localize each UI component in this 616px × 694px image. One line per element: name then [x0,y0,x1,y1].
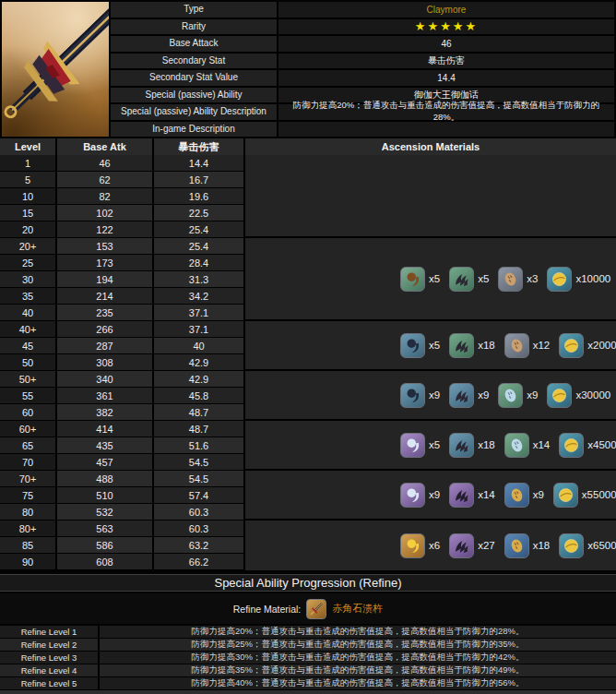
weapon-summary-section: Type Claymore Rarity ★★★★★ Base Attack 4… [2,2,614,137]
refine-material-icon[interactable] [306,599,326,619]
claymore-illustration [2,2,109,137]
material-item: x27 [449,533,495,558]
handguard-material-icon[interactable] [498,267,523,292]
material-item: x55000 [553,483,616,508]
secondary-cell: 42.9 [154,371,245,388]
table-row: 70+48854.5 [0,471,245,487]
claw-material-icon[interactable] [449,267,474,292]
atk-cell: 340 [57,371,154,388]
handguard-material-icon[interactable] [504,533,529,558]
material-item: x14 [449,483,495,508]
level-cell: 1 [0,155,57,172]
atk-cell: 608 [57,554,154,570]
material-item: x14 [504,433,551,458]
refine-material-name[interactable]: 赤角石溃杵 [332,602,383,616]
secondary-cell: 63.2 [154,537,245,554]
secondary-cell: 19.6 [154,188,245,205]
weapon-type-link[interactable]: Claymore [278,2,614,18]
table-row: 108219.6 [0,188,245,205]
material-item: x5 [449,267,489,292]
handguard-material-icon[interactable] [504,483,529,508]
ascension-block-3: x9 x9 x9 x30000 [245,371,616,421]
table-row: 80+56360.3 [0,520,245,537]
mora-icon[interactable] [547,267,572,292]
handguard-material-icon[interactable] [498,383,523,408]
secondary-cell: 45.8 [154,388,245,404]
claw-material-icon[interactable] [449,533,474,558]
secondary-cell: 57.4 [154,487,245,504]
secondary-cell: 48.7 [154,404,245,421]
level-cell: 90 [0,554,57,570]
ascension-block-2: x5 x18 x12 x20000 [245,321,616,371]
secondary-cell: 28.4 [154,255,245,271]
level-table-body: 14614.4 56216.7 108219.6 1510222.5 20122… [0,155,616,570]
atk-cell: 532 [57,504,154,520]
level-cell: 30 [0,271,57,288]
claw-material-icon[interactable] [449,483,474,508]
info-label: Special (passive) Ability Description [111,104,277,120]
level-cell: 40+ [0,321,57,338]
claw-material-icon[interactable] [449,383,474,408]
ascension-gem-icon[interactable] [400,533,425,558]
material-quantity: x5 [478,273,489,284]
ascension-block-5: x9 x14 x9 x55000 [245,471,616,520]
material-item: x9 [400,383,440,408]
table-row: 5536145.8 [0,388,245,404]
level-cell: 80+ [0,520,57,537]
mora-icon[interactable] [559,333,584,358]
secondary-cell: 54.5 [154,454,245,471]
material-item: x20000 [559,333,616,358]
material-quantity: x9 [478,389,489,401]
table-row: 8558663.2 [0,537,245,554]
mora-icon[interactable] [559,433,584,458]
table-row: Refine Level 3 防御力提高30%；普通攻击与重击造成的伤害值提高，… [0,652,616,664]
refine-level-label: Refine Level 3 [0,652,100,664]
info-row-secondary-stat: Secondary Stat 暴击伤害 [111,54,614,69]
atk-cell: 62 [57,172,154,188]
secondary-cell: 42.9 [154,354,245,371]
secondary-cell: 37.1 [154,305,245,321]
ascension-block-6: x6 x27 x18 x65000 [245,520,616,570]
refine-level-description: 防御力提高20%；普通攻击与重击造成的伤害值提高，提高数值相当于防御力的28%。 [100,626,616,638]
material-quantity: x18 [478,439,495,450]
table-row: 2517328.4 [0,255,245,271]
atk-cell: 102 [57,205,154,221]
secondary-cell: 60.3 [154,504,245,520]
refine-section-title: Special Ability Progression (Refine) [0,574,616,592]
ascension-materials-column: x5 x5 x3 x10000 x5 [245,155,616,570]
material-item: x18 [449,333,495,358]
ascension-gem-icon[interactable] [400,483,425,508]
ingame-description-value [278,122,614,138]
material-item: x5 [400,267,440,292]
material-quantity: x9 [429,489,440,500]
ascension-gem-icon[interactable] [400,267,425,292]
material-quantity: x9 [527,389,538,401]
ascension-block-1: x5 x5 x3 x10000 [245,238,616,321]
table-row: 3019431.3 [0,271,245,288]
info-label: Special (passive) Ability [111,88,277,103]
handguard-material-icon[interactable] [504,433,529,458]
material-item: x30000 [547,383,610,408]
handguard-material-icon[interactable] [504,333,529,358]
info-label: Base Attack [111,36,277,52]
ascension-gem-icon[interactable] [400,383,425,408]
mora-icon[interactable] [547,383,572,408]
material-item: x9 [449,383,489,408]
atk-cell: 457 [57,454,154,471]
level-cell: 20+ [0,238,57,255]
ascension-gem-icon[interactable] [400,433,425,458]
claw-material-icon[interactable] [449,333,474,358]
claw-material-icon[interactable] [449,433,474,458]
bottom-scroll-bar[interactable] [0,690,616,694]
table-row: 6038248.7 [0,404,245,421]
material-quantity: x9 [429,389,440,401]
level-cell: 35 [0,288,57,305]
mora-icon[interactable] [553,483,578,508]
table-row: Refine Level 1 防御力提高20%；普通攻击与重击造成的伤害值提高，… [0,626,616,639]
material-item: x3 [498,267,538,292]
level-cell: 15 [0,205,57,221]
material-item: x5 [400,433,440,458]
mora-icon[interactable] [559,533,584,558]
ascension-gem-icon[interactable] [400,333,425,358]
atk-cell: 82 [57,188,154,205]
